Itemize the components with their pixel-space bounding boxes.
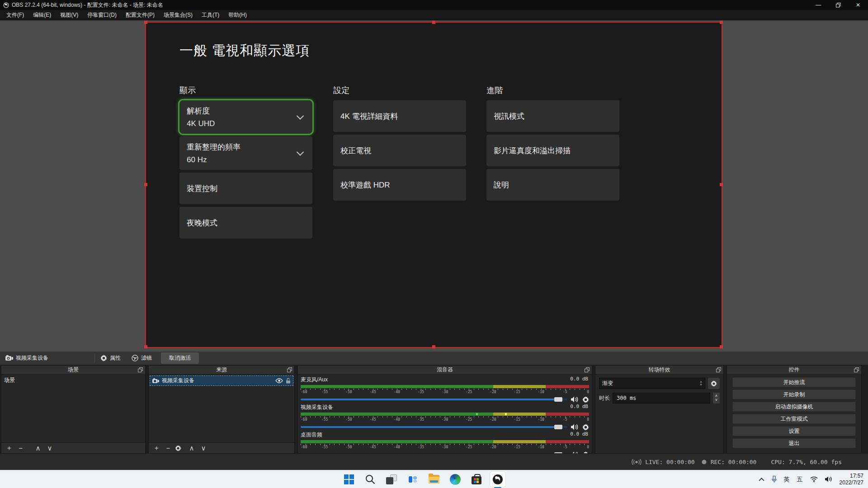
add-source-button[interactable]: ＋ (151, 444, 161, 452)
menu-item[interactable]: 视图(V) (56, 10, 83, 20)
task-view-button[interactable] (384, 472, 399, 487)
settings-tile[interactable]: 校正電視 (333, 135, 466, 166)
edge-button[interactable] (448, 472, 463, 487)
settings-tile[interactable]: 夜晚模式 (179, 207, 312, 239)
popout-icon[interactable] (138, 367, 143, 372)
menu-item[interactable]: 文件(F) (2, 10, 28, 20)
remove-source-button[interactable]: − (163, 444, 173, 452)
restore-button[interactable] (828, 0, 848, 10)
transform-handle[interactable] (144, 183, 147, 186)
channel-mute-button[interactable] (571, 424, 579, 430)
scene-item[interactable]: 场景 (1, 375, 145, 386)
transform-handle[interactable] (720, 21, 723, 24)
source-properties-gear-icon[interactable] (175, 445, 181, 451)
scene-down-button[interactable]: ∨ (45, 444, 55, 452)
widgets-button[interactable] (405, 472, 420, 487)
volume-slider[interactable] (301, 399, 567, 400)
tray-chevron-up-icon[interactable] (759, 478, 764, 481)
popout-icon[interactable] (585, 367, 590, 372)
volume-slider-handle[interactable] (554, 397, 562, 402)
obs-app-button[interactable] (490, 472, 505, 487)
volume-slider-handle[interactable] (554, 452, 562, 453)
select-stepper[interactable]: ˄˅ (700, 381, 702, 386)
visibility-eye-icon[interactable] (275, 378, 283, 383)
volume-slider-handle[interactable] (554, 425, 562, 429)
search-button[interactable] (363, 472, 378, 487)
settings-tile[interactable]: 4K 電視詳細資料 (333, 100, 466, 132)
close-button[interactable]: ✕ (848, 0, 868, 10)
add-scene-button[interactable]: ＋ (4, 444, 14, 452)
taskbar-clock[interactable]: 17:57 2022/7/27 (840, 473, 863, 486)
scenes-panel-header: 场景 (1, 366, 145, 375)
store-button[interactable] (469, 472, 484, 487)
menu-item[interactable]: 帮助(H) (224, 10, 251, 20)
menu-bar: 文件(F)编辑(E)视图(V)停靠窗口(D)配置文件(P)场景集合(S)工具(T… (0, 10, 868, 20)
source-up-button[interactable]: ∧ (187, 444, 197, 452)
transform-handle[interactable] (144, 345, 147, 348)
context-source-label: 视频采集设备 (16, 354, 48, 362)
popout-icon[interactable] (287, 367, 292, 372)
settings-button[interactable]: 设置 (732, 426, 856, 436)
settings-tile[interactable]: 裝置控制 (179, 173, 312, 204)
selected-source-bounds[interactable]: 一般 電視和顯示選項 顯示解析度4K UHD重新整理的頻率60 Hz裝置控制夜晚… (145, 22, 722, 348)
settings-tile[interactable]: 視訊模式 (486, 100, 619, 132)
settings-tile[interactable]: 說明 (486, 169, 619, 201)
broadcast-icon (632, 459, 642, 465)
source-down-button[interactable]: ∨ (198, 444, 208, 452)
start-recording-button[interactable]: 开始录制 (732, 389, 856, 399)
transition-selected-value: 渐变 (602, 380, 613, 387)
ime-language-button[interactable]: 英 (784, 475, 790, 483)
transform-handle[interactable] (720, 183, 723, 186)
scene-up-button[interactable]: ∧ (33, 444, 43, 452)
settings-tile[interactable]: 校準遊戲 HDR (333, 169, 466, 201)
window-title: OBS 27.2.4 (64-bit, windows) - 配置文件: 未命名… (12, 1, 163, 9)
settings-tile[interactable]: 解析度4K UHD (179, 100, 312, 134)
menu-item[interactable]: 配置文件(P) (121, 10, 159, 20)
wifi-icon[interactable] (810, 476, 818, 482)
deactivate-button[interactable]: 取消激活 (161, 352, 199, 364)
duration-spinner[interactable]: ˄˅ (713, 393, 720, 404)
remove-scene-button[interactable]: − (16, 444, 26, 452)
transform-handle[interactable] (432, 345, 435, 348)
start-button[interactable] (341, 472, 357, 487)
transform-handle[interactable] (432, 21, 435, 24)
channel-name: 桌面音频 (301, 431, 589, 439)
source-item-selected[interactable]: 视频采集设备 (150, 375, 293, 386)
properties-button[interactable]: 属性 (95, 354, 126, 362)
transform-handle[interactable] (720, 345, 723, 348)
ime-mode-button[interactable]: 五 (797, 475, 803, 483)
transform-handle[interactable] (144, 21, 147, 24)
popout-icon[interactable] (854, 367, 859, 372)
transition-select[interactable]: 渐变 ˄˅ (599, 378, 705, 389)
channel-gear-icon[interactable] (582, 424, 589, 431)
file-explorer-button[interactable] (426, 472, 442, 487)
exit-button[interactable]: 退出 (732, 438, 856, 448)
channel-gear-icon[interactable] (582, 451, 589, 454)
settings-tile[interactable]: 重新整理的頻率60 Hz (179, 136, 312, 170)
channel-mute-button[interactable] (571, 396, 579, 403)
filters-button[interactable]: 滤镜 (126, 354, 157, 362)
transitions-panel-title: 转场特效 (649, 366, 670, 374)
channel-gear-icon[interactable] (582, 396, 589, 403)
studio-mode-button[interactable]: 工作室模式 (732, 414, 856, 424)
volume-slider[interactable] (301, 426, 567, 428)
popout-icon[interactable] (716, 367, 721, 372)
menu-item[interactable]: 停靠窗口(D) (83, 10, 121, 20)
lock-icon[interactable] (286, 378, 291, 384)
minimize-button[interactable]: — (808, 0, 828, 10)
duration-value: 300 ms (617, 395, 636, 401)
duration-input[interactable]: 300 ms (613, 393, 710, 404)
channel-mute-button[interactable] (571, 451, 579, 453)
microphone-icon[interactable] (772, 476, 777, 483)
menu-item[interactable]: 工具(T) (197, 10, 224, 20)
meter-scale: -60-55-50-45-40-35-30-25-20-15-10-50 (301, 416, 589, 422)
start-virtual-camera-button[interactable]: 启动虚拟摄像机 (732, 402, 856, 412)
transition-properties-button[interactable] (708, 378, 720, 389)
sources-list: 视频采集设备 (149, 375, 294, 442)
menu-item[interactable]: 场景集合(S) (159, 10, 197, 20)
menu-item[interactable]: 编辑(E) (28, 10, 56, 20)
start-streaming-button[interactable]: 开始推流 (732, 377, 856, 387)
settings-tile[interactable]: 影片逼真度和溢出掃描 (486, 135, 619, 166)
speaker-icon[interactable] (825, 476, 832, 482)
preview-canvas[interactable]: 一般 電視和顯示選項 顯示解析度4K UHD重新整理的頻率60 Hz裝置控制夜晚… (0, 20, 868, 352)
